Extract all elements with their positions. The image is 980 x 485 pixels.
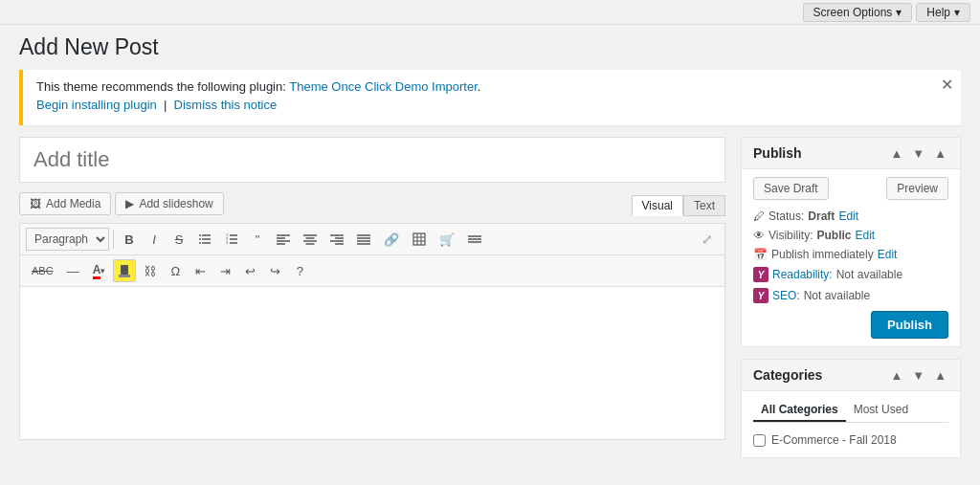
italic-button[interactable]: I	[143, 228, 166, 251]
toolbar-sep-1	[113, 230, 114, 249]
status-edit-link[interactable]: Edit	[838, 209, 858, 223]
svg-text:3: 3	[226, 240, 229, 245]
visual-tab[interactable]: Visual	[632, 195, 683, 216]
readability-value: Not available	[836, 268, 902, 281]
svg-rect-37	[119, 275, 130, 277]
publish-footer: Publish	[753, 311, 948, 339]
help-button[interactable]: Help ▾	[916, 3, 970, 22]
svg-point-5	[199, 242, 201, 244]
visibility-label: Visibility:	[768, 229, 813, 242]
categories-toggle-icon[interactable]: ▲	[932, 368, 948, 383]
align-left-button[interactable]	[271, 228, 296, 251]
redo-button[interactable]: ↪	[263, 259, 286, 282]
content-area: 🖼 Add Media ▶ Add slideshow Visual Text …	[19, 137, 961, 470]
font-color-button[interactable]: A ▾	[87, 259, 112, 282]
text-tab[interactable]: Text	[683, 195, 725, 216]
status-icon: 🖊	[753, 209, 765, 223]
highlight-button[interactable]	[113, 259, 136, 282]
preview-button[interactable]: Preview	[886, 177, 948, 200]
font-color-icon: A	[93, 263, 101, 279]
notice-close-button[interactable]: ✕	[941, 77, 953, 93]
category-label: E-Commerce - Fall 2018	[771, 433, 897, 447]
svg-point-3	[199, 234, 201, 236]
save-draft-button[interactable]: Save Draft	[753, 177, 829, 200]
align-right-button[interactable]	[324, 228, 349, 251]
special-char-button[interactable]: Ω	[164, 259, 187, 282]
status-row: 🖊 Status: Draft Edit	[753, 209, 948, 223]
seo-link[interactable]: SEO:	[772, 289, 800, 302]
category-checkbox[interactable]	[753, 434, 766, 447]
categories-list: E-Commerce - Fall 2018	[753, 430, 948, 450]
most-used-tab[interactable]: Most Used	[846, 399, 916, 422]
visibility-edit-link[interactable]: Edit	[855, 229, 875, 242]
bold-button[interactable]: B	[118, 228, 141, 251]
undo-button[interactable]: ↩	[238, 259, 261, 282]
categories-box-body: All Categories Most Used E-Commerce - Fa…	[742, 391, 960, 457]
publish-box-controls: ▲ ▼ ▲	[888, 146, 948, 161]
editor-content-area[interactable]	[19, 287, 725, 440]
ordered-list-button[interactable]: 123	[219, 228, 244, 251]
help-keyboard-button[interactable]: ?	[288, 259, 311, 282]
seo-value: Not available	[804, 289, 870, 302]
font-color-chevron: ▾	[100, 266, 105, 276]
install-plugin-link[interactable]: Begin installing plugin	[36, 98, 157, 112]
add-slideshow-button[interactable]: ▶ Add slideshow	[115, 192, 223, 215]
chain-link-button[interactable]: ⛓	[138, 259, 162, 282]
publish-time-edit-link[interactable]: Edit	[878, 248, 898, 261]
toolbar-toggle-button[interactable]	[462, 228, 487, 251]
category-item[interactable]: E-Commerce - Fall 2018	[753, 430, 948, 450]
add-media-button[interactable]: 🖼 Add Media	[19, 192, 111, 215]
sidebar: Publish ▲ ▼ ▲ Save Draft Preview	[741, 137, 961, 470]
screen-options-label: Screen Options	[813, 6, 893, 19]
screen-options-button[interactable]: Screen Options ▾	[803, 3, 913, 22]
seo-row: Y SEO: Not available	[753, 288, 948, 303]
plugin-link[interactable]: Theme Once Click Demo Importer	[289, 79, 478, 94]
readability-row: Y Readability: Not available	[753, 267, 948, 282]
expand-button[interactable]: ⤢	[696, 228, 719, 251]
post-title-input[interactable]	[19, 137, 725, 183]
strikethrough-button[interactable]: S	[167, 228, 190, 251]
visibility-value: Public	[816, 229, 851, 242]
main-wrap: Add New Post This theme recommends the f…	[0, 25, 980, 485]
blockquote-button[interactable]: "	[246, 228, 269, 251]
all-categories-tab[interactable]: All Categories	[753, 399, 846, 422]
woocommerce-button[interactable]: 🛒	[434, 228, 460, 251]
indent-button[interactable]: ⇥	[213, 259, 236, 282]
publish-collapse-up[interactable]: ▲	[888, 146, 904, 161]
outdent-button[interactable]: ⇤	[189, 259, 212, 282]
publish-toggle-icon[interactable]: ▲	[932, 146, 948, 161]
yoast-badge-seo: Y	[753, 288, 768, 303]
page-title: Add New Post	[19, 34, 961, 60]
notice-text: This theme recommends the following plug…	[36, 79, 947, 94]
table-button[interactable]	[407, 228, 432, 251]
categories-collapse-up[interactable]: ▲	[888, 368, 904, 383]
view-tabs: Visual Text	[632, 195, 725, 216]
publish-box: Publish ▲ ▼ ▲ Save Draft Preview	[741, 137, 961, 347]
unordered-list-button[interactable]	[192, 228, 217, 251]
publish-box-header: Publish ▲ ▼ ▲	[742, 138, 960, 169]
visibility-row: 👁 Visibility: Public Edit	[753, 229, 948, 242]
readability-link[interactable]: Readability:	[772, 268, 833, 281]
status-label: Status:	[768, 209, 804, 223]
align-center-button[interactable]	[298, 228, 323, 251]
screen-options-chevron-icon: ▾	[896, 6, 902, 19]
publish-collapse-down[interactable]: ▼	[910, 146, 926, 161]
categories-box: Categories ▲ ▼ ▲ All Categories Most Use…	[741, 359, 961, 458]
publish-button[interactable]: Publish	[871, 311, 948, 339]
slideshow-icon: ▶	[125, 197, 134, 210]
link-button[interactable]: 🔗	[378, 228, 405, 251]
align-justify-button[interactable]	[351, 228, 376, 251]
help-chevron-icon: ▾	[954, 6, 960, 19]
yoast-badge-readability: Y	[753, 267, 768, 282]
top-bar: Screen Options ▾ Help ▾	[0, 0, 980, 25]
strikethrough2-button[interactable]: ABC	[26, 259, 59, 282]
dismiss-notice-link[interactable]: Dismiss this notice	[174, 98, 278, 112]
format-select[interactable]: Paragraph	[26, 228, 109, 251]
svg-rect-36	[121, 265, 128, 275]
horizontal-rule-button[interactable]: —	[61, 259, 85, 282]
calendar-icon: 📅	[753, 248, 768, 261]
categories-collapse-down[interactable]: ▼	[910, 368, 926, 383]
publish-actions: Save Draft Preview	[753, 177, 948, 200]
toolbar-row-2: ABC — A ▾ ⛓ Ω ⇤ ⇥ ↩ ↪ ?	[19, 255, 725, 287]
media-buttons: 🖼 Add Media ▶ Add slideshow	[19, 192, 224, 215]
